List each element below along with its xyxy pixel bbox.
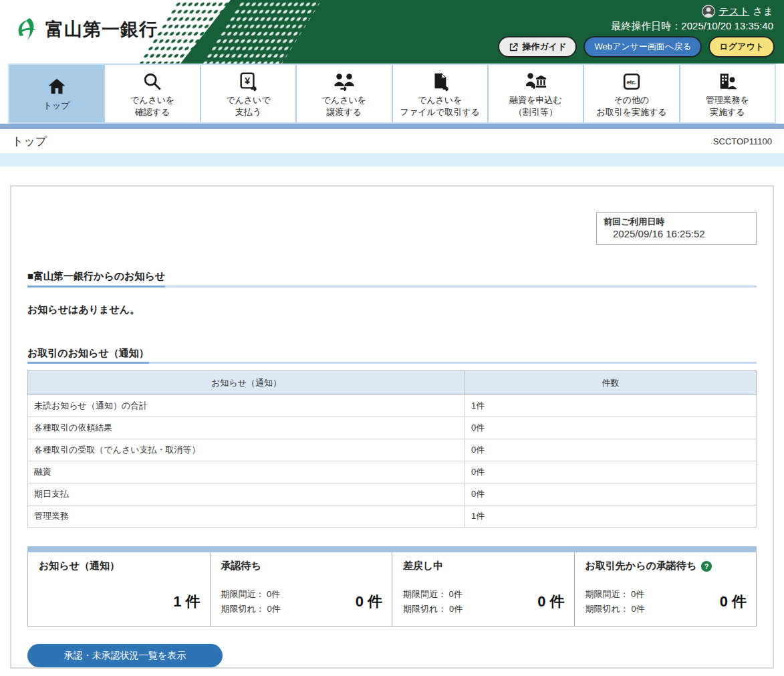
row-label: 各種取引の受取（でんさい支払・取消等） [28,439,465,461]
nav-label: でんさいを [322,95,367,106]
card-count: 1 件 [173,592,200,612]
card-count: 0 件 [720,592,747,612]
yen-document-icon: ¥ [238,70,258,94]
nav-label: でんさいで [226,95,271,106]
nav-item-top[interactable]: トップ [9,65,104,122]
bank-logo-icon [15,16,41,43]
main-panel: 前回ご利用日時 2025/09/16 16:25:52 ■富山第一銀行からのお知… [10,185,774,669]
approval-waiting-card: 承認待ち 期限間近： 0件 期限切れ： 0件 0 件 [210,552,392,626]
deadline-expired: 期限切れ： 0件 [221,602,281,616]
card-count: 0 件 [537,592,564,612]
row-label: 各種取引の依頼結果 [28,417,465,439]
row-count: 0件 [465,461,757,483]
row-label: 融資 [28,461,465,483]
card-title: 差戻し中 [403,560,565,572]
header: 富山第一銀行 テスト さま 最終操作日時：2025/10/20 13:35:40… [0,0,784,64]
etc-icon: etc. [622,70,642,94]
nav-item-confirm-densai[interactable]: でんさいを 確認する [104,65,199,122]
summary-top-bar [27,546,757,552]
notice-table-header-row: お知らせ（通知） 件数 [28,371,757,395]
partner-consent-waiting-card: お取引先からの承諾待ち ? 期限間近： 0件 期限切れ： 0件 0 件 [574,552,757,626]
user-suffix: さま [753,5,773,18]
card-title: 承認待ち [221,560,383,572]
summary-panel: お知らせ（通知） 1 件 承認待ち 期限間近： 0件 期限切れ： 0件 0 件 … [27,546,757,627]
returned-card: 差戻し中 期限間近： 0件 期限切れ： 0件 0 件 [392,552,574,626]
count-column-header: 件数 [465,371,757,395]
title-row: トップ SCCTOP11100 [0,129,784,153]
bank-notice-heading: ■富山第一銀行からのお知らせ [27,269,757,288]
transaction-notice-heading: お取引のお知らせ（通知） [27,346,757,364]
table-row: 各種取引の受取（でんさい支払・取消等） 0件 [28,439,757,461]
nav-label: 管理業務を [706,95,749,106]
page-title: トップ [12,134,47,149]
file-transfer-icon [430,70,450,94]
nav-label: 確認する [135,107,170,118]
home-icon [47,75,67,99]
last-operation-time: 最終操作日時：2025/10/20 13:35:40 [611,20,773,33]
user-name-link[interactable]: テスト [718,5,749,18]
svg-text:¥: ¥ [245,76,251,86]
nav-label: その他の [614,95,649,106]
search-icon [142,70,162,94]
nav-item-transfer-densai[interactable]: でんさいを 譲渡する [295,65,391,122]
external-link-icon [509,42,519,52]
deadline-near: 期限間近： 0件 [585,587,645,602]
last-login-value: 2025/09/16 16:25:52 [604,228,749,239]
loan-bank-icon [525,70,547,94]
row-label: 期日支払 [28,483,465,505]
nav-item-file-transaction[interactable]: でんさいを ファイルで取引する [392,65,487,122]
row-label: 管理業務 [28,505,465,528]
nav-label: でんさいを [130,95,175,106]
svg-text:etc.: etc. [627,79,637,86]
nav-label: （割引等） [514,107,557,118]
subheader-strip [0,153,784,166]
guide-button[interactable]: 操作ガイド [498,36,577,58]
row-count: 0件 [465,483,757,505]
svg-text:?: ? [704,562,709,570]
row-count: 1件 [465,395,757,417]
deadline-near: 期限間近： 0件 [403,587,463,602]
table-row: 管理業務 1件 [28,505,757,528]
nav-label: ファイルで取引する [400,107,480,118]
bank-notice-empty-message: お知らせはありません。 [27,304,757,316]
nav-label: トップ [43,100,70,111]
notice-column-header: お知らせ（通知） [28,371,465,395]
nav-label: 支払う [235,107,261,118]
nav-label: お取引を実施する [596,107,666,118]
user-avatar-icon [702,5,715,18]
nav-item-pay-densai[interactable]: ¥ でんさいで 支払う [200,65,295,122]
table-row: 期日支払 0件 [28,483,757,505]
user-row: テスト さま [702,5,773,18]
bank-name: 富山第一銀行 [45,17,158,41]
guide-button-label: 操作ガイド [523,41,567,53]
deadline-expired: 期限切れ： 0件 [403,602,463,616]
nav-item-admin[interactable]: 管理業務を 実施する [679,65,775,122]
row-label: 未読お知らせ（通知）の合計 [28,395,465,417]
table-row: 未読お知らせ（通知）の合計 1件 [28,395,757,417]
bank-logo: 富山第一銀行 [15,16,158,43]
web-answer-button[interactable]: Webアンサー画面へ戻る [583,36,702,58]
approval-status-list-button[interactable]: 承認・未承認状況一覧を表示 [27,644,223,667]
table-row: 融資 0件 [28,461,757,483]
nav-label: 融資を申込む [509,95,562,106]
deadline-near: 期限間近： 0件 [221,587,281,602]
notice-table: お知らせ（通知） 件数 未読お知らせ（通知）の合計 1件 各種取引の依頼結果 0… [27,370,757,528]
main-nav: トップ でんさいを 確認する ¥ でんさいで 支払う [8,64,776,124]
table-row: 各種取引の依頼結果 0件 [28,417,757,439]
admin-building-icon [717,70,737,94]
screen-code: SCCTOP11100 [713,136,772,146]
deadline-expired: 期限切れ： 0件 [585,602,645,616]
nav-label: 実施する [710,107,745,118]
row-count: 1件 [465,505,757,528]
card-title: お知らせ（通知） [39,560,201,572]
nav-divider-bar [0,124,784,129]
nav-item-loan[interactable]: 融資を申込む （割引等） [487,65,583,122]
last-login-label: 前回ご利用日時 [604,216,749,228]
help-icon[interactable]: ? [700,560,712,572]
logout-button[interactable]: ログアウト [708,36,775,58]
row-count: 0件 [465,439,757,461]
notice-count-card: お知らせ（通知） 1 件 [28,552,210,626]
people-transfer-icon [334,70,355,94]
header-buttons: 操作ガイド Webアンサー画面へ戻る ログアウト [498,36,775,58]
nav-item-other-transactions[interactable]: etc. その他の お取引を実施する [583,65,678,122]
